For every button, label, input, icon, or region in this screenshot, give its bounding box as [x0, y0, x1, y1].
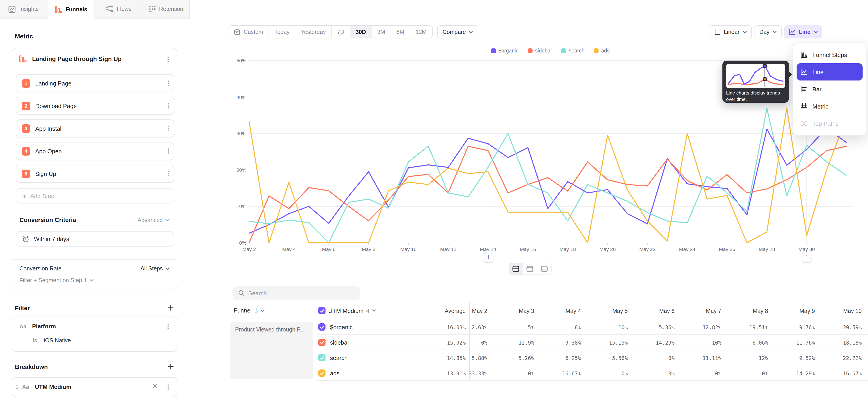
chart-type-dropdown[interactable]: Line [784, 25, 822, 38]
filter-kebab-icon[interactable] [163, 321, 173, 332]
date-column-header: May 10 [819, 308, 862, 314]
row-value: 22.22% [819, 355, 862, 361]
row-value: 11.11% [678, 355, 721, 361]
breakdown-kebab-icon[interactable] [163, 382, 173, 392]
annotation-badge[interactable]: 1 [802, 252, 812, 263]
filter-segment-dropdown[interactable]: Filter + Segment on Step 1 [20, 277, 94, 284]
tab-label: Flows [117, 6, 131, 12]
conversion-rate-label: Conversion Rate [20, 265, 61, 272]
row-value: 9.38% [538, 340, 581, 346]
chart-type-option-funnel-steps[interactable]: Funnel Steps [794, 46, 866, 63]
funnel-title-row[interactable]: Landing Page through Sign Up [12, 53, 177, 66]
legend-item-organic[interactable]: $organic [491, 48, 518, 53]
chart-type-menu: Funnel StepsLineBarMetricTop Paths [793, 42, 866, 136]
row-label: sidebar [330, 339, 349, 346]
linear-scale-icon [714, 29, 721, 35]
annotation-badge[interactable]: 1 [484, 252, 493, 263]
add-filter-button[interactable] [166, 304, 175, 312]
legend-label: sidebar [535, 48, 552, 53]
legend-item-sidebar[interactable]: sidebar [527, 48, 552, 53]
compare-button[interactable]: Compare [437, 25, 478, 38]
legend-swatch [561, 48, 566, 53]
step-kebab-icon[interactable] [164, 78, 174, 88]
date-column-header: May 5 [585, 308, 628, 314]
funnel-metric-icon [19, 55, 27, 63]
row-value: 0% [631, 355, 675, 361]
step-label: Landing Page [35, 80, 164, 87]
add-breakdown-button[interactable] [166, 362, 175, 370]
remove-breakdown-icon[interactable] [152, 383, 158, 389]
row-value: 2.63% [444, 324, 487, 331]
tooltip-text: Line charts display trends over time. [726, 90, 785, 102]
range-30d[interactable]: 30D [350, 26, 372, 38]
filter-heading: Filter [15, 305, 30, 312]
step-kebab-icon[interactable] [164, 123, 174, 133]
series-line-ads [249, 108, 846, 243]
tab-insights[interactable]: Insights [0, 0, 48, 18]
funnel-column-dropdown[interactable]: Funnel1 [234, 307, 265, 314]
funnel-kebab-icon[interactable] [163, 55, 173, 65]
legend-item-ads[interactable]: ads [594, 48, 610, 53]
y-axis-tick: 50% [228, 58, 246, 63]
range-3m[interactable]: 3M [372, 26, 391, 38]
funnel-step-5[interactable]: 5Sign Up [16, 165, 174, 183]
breakdown-heading: Breakdown [15, 364, 48, 370]
tab-flows[interactable]: Flows [95, 0, 143, 18]
scale-dropdown[interactable]: Linear [709, 25, 752, 38]
filter-property: Platform [32, 323, 56, 330]
range-today[interactable]: Today [269, 26, 296, 38]
range-7d[interactable]: 7D [332, 26, 350, 38]
filter-card[interactable]: Aa Platform Is iOS Native [12, 317, 177, 352]
y-axis-tick: 20% [228, 167, 246, 173]
table-row-divider [316, 334, 868, 335]
metric-heading: Metric [15, 33, 33, 40]
layout-toggle-group [508, 263, 552, 275]
y-axis-tick: 40% [228, 94, 246, 100]
search-input[interactable] [248, 290, 348, 296]
conversion-window[interactable]: Within 7 days [16, 231, 174, 247]
advanced-dropdown[interactable]: Advanced [138, 217, 169, 223]
funnel-steps-icon [800, 51, 807, 58]
row-checkbox[interactable] [318, 323, 326, 331]
range-12m[interactable]: 12M [410, 26, 432, 38]
breakdown-card[interactable]: Aa UTM Medium [12, 377, 177, 397]
chart-view-toggle[interactable] [523, 263, 537, 275]
row-value: 11.76% [772, 340, 815, 346]
conversion-rate-row: Conversion Rate All Steps [12, 265, 177, 272]
add-step-button[interactable]: + Add Step [16, 188, 174, 204]
chart-type-option-line[interactable]: Line [797, 63, 863, 81]
tab-retention[interactable]: Retention [143, 0, 190, 18]
table-row-divider [316, 350, 868, 350]
funnel-step-3[interactable]: 3App Install [16, 119, 174, 137]
row-checkbox[interactable] [318, 370, 326, 377]
row-checkbox[interactable] [318, 339, 326, 346]
range-custom[interactable]: Custom [228, 26, 269, 38]
chart-type-tooltip: Line charts display trends over time. [722, 61, 789, 103]
legend-swatch [491, 48, 496, 53]
x-axis-tick: May 30 [792, 247, 821, 252]
chart-type-option-bar[interactable]: Bar [794, 81, 866, 98]
funnel-step-1[interactable]: 1Landing Page [16, 74, 174, 92]
row-checkbox[interactable] [318, 354, 326, 361]
chart-type-option-metric[interactable]: Metric [794, 98, 866, 115]
breakdown-column-dropdown[interactable]: UTM Medium4 [318, 307, 376, 314]
funnel-step-2[interactable]: 2Download Page [16, 97, 174, 115]
breakdown-checkbox[interactable] [318, 307, 326, 314]
legend-swatch [594, 48, 598, 53]
legend-item-search[interactable]: search [561, 48, 585, 53]
range-6m[interactable]: 6M [391, 26, 410, 38]
menu-item-label: Line [812, 68, 824, 75]
funnel-step-4[interactable]: 4App Open [16, 142, 174, 160]
step-kebab-icon[interactable] [164, 101, 174, 111]
step-kebab-icon[interactable] [164, 169, 174, 179]
range-yesterday[interactable]: Yesterday [296, 26, 332, 38]
split-view-toggle[interactable] [509, 263, 523, 275]
x-axis-tick: May 12 [434, 247, 463, 252]
tab-funnels[interactable]: Funnels [48, 0, 95, 19]
conversion-rate-dropdown[interactable]: All Steps [141, 265, 169, 272]
drag-handle-icon[interactable] [15, 385, 19, 389]
funnel-name-cell[interactable]: Product Viewed through P... [230, 322, 313, 379]
step-kebab-icon[interactable] [164, 146, 174, 156]
granularity-dropdown[interactable]: Day [754, 25, 782, 38]
table-view-toggle[interactable] [537, 263, 551, 275]
